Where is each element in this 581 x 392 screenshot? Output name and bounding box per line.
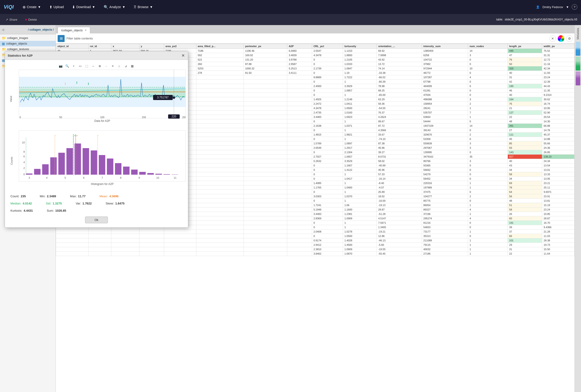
pan-x-tool[interactable]: ↔ xyxy=(90,63,96,69)
table-row[interactable]: 2.38101.0909-19.554003213115.50 xyxy=(56,247,574,252)
table-row[interactable]: 2.04081.0278-19.217317713721.28 xyxy=(56,229,574,234)
tab-close-icon[interactable]: ✕ xyxy=(84,29,87,32)
step-tool[interactable]: ⌂ xyxy=(116,63,122,69)
table-cell: 18.02 xyxy=(377,194,422,199)
skew-label: Skew: xyxy=(106,202,114,205)
table-cell xyxy=(244,146,287,150)
col-tortuosity[interactable]: tortuosity xyxy=(343,44,377,49)
table-cell xyxy=(196,190,244,194)
zoom-out-tool[interactable]: - xyxy=(104,63,109,69)
table-cell: 295274 xyxy=(422,216,468,221)
table-cell xyxy=(196,234,244,238)
stats-grid: Count: 235 Min: 2.3489 Max: 11.77 Mean: … xyxy=(7,191,186,215)
sidebar-item-collagen-objects[interactable]: ▦ collagen_objects xyxy=(0,41,56,46)
table-row[interactable]: 2.94121.4500-5.607911512919.73 xyxy=(56,243,574,247)
table-cell xyxy=(164,229,196,234)
table-cell xyxy=(244,75,287,80)
col-area-px2[interactable]: area_px2 xyxy=(164,44,196,49)
nav-browse[interactable]: ⠿ Browse ▼ xyxy=(132,4,155,10)
close-filter-button[interactable]: ✕ xyxy=(550,35,556,42)
share-button[interactable]: ↗ Share xyxy=(4,17,19,22)
stat-var: Var: 1.7622 xyxy=(76,202,92,205)
browse-icon: ⠿ xyxy=(134,5,136,9)
col-perimeter[interactable]: perimeter_px xyxy=(244,44,287,49)
metadata-label[interactable]: Metadata xyxy=(576,26,580,41)
filter-tool[interactable]: ⊿ xyxy=(123,63,128,69)
table-cell: 1 xyxy=(343,93,377,97)
table-cell: 1 xyxy=(468,203,508,207)
table-cell xyxy=(88,252,111,256)
horizontal-tool[interactable]: ≡ xyxy=(110,63,116,69)
color-picker-button[interactable] xyxy=(558,35,564,42)
col-y[interactable]: y xyxy=(139,44,164,49)
lasso-tool[interactable]: ⬚ xyxy=(84,63,90,69)
tab-collagen-objects[interactable]: /collagen_objects ✕ xyxy=(58,27,90,33)
table-cell: 31.31 xyxy=(542,53,574,58)
table-cell: 1.5789 xyxy=(312,141,343,146)
table-cell: 0 xyxy=(468,58,508,62)
table-cell xyxy=(244,243,287,247)
bar-tool[interactable]: ▦ xyxy=(130,63,135,69)
col-object-id[interactable]: object_id xyxy=(56,44,88,49)
crosshair-tool[interactable]: ⊕ xyxy=(97,63,102,69)
table-cell: 3 xyxy=(468,159,508,163)
nav-upload[interactable]: ⬆ Upload xyxy=(48,4,66,10)
table-cell: 85 xyxy=(508,141,542,146)
table-cell: 0 xyxy=(468,119,508,124)
nav-download[interactable]: ⬇ Download ▼ xyxy=(70,4,97,10)
grid-view-button[interactable]: ⊞ xyxy=(58,35,64,42)
user-section[interactable]: 👤 Dmitry Fedorov ▼ ? xyxy=(536,4,577,10)
col-a2p[interactable]: A2P xyxy=(287,44,312,49)
col-num-nodes[interactable]: num_nodes xyxy=(468,44,508,49)
sidebar-toggle[interactable]: ◁ xyxy=(2,28,4,31)
col-crl-pct[interactable]: CRL_pct xyxy=(312,44,343,49)
stats-modal-close[interactable]: ✕ xyxy=(180,53,185,58)
sidebar-item-collagen-images[interactable]: 📁 collagen_images xyxy=(0,35,56,41)
table-cell: 16.70 xyxy=(542,221,574,225)
stat-skew: Skew: 1.6475 xyxy=(106,202,124,205)
table-cell: 1.8800 xyxy=(343,53,377,58)
table-row[interactable]: 3.84621.0870-55.452718612211.64 xyxy=(56,252,574,256)
table-row[interactable]: 01.050012.863531306611.03 xyxy=(56,234,574,238)
col-intensity-sum[interactable]: intensity_sum xyxy=(422,44,468,49)
col-width-px[interactable]: width_px xyxy=(542,44,574,49)
line-chart[interactable]: 3.751787 220 10 5 0 0 50 100 150 200 xyxy=(19,70,186,118)
sidebar-header: ◁ / collagen_objects / xyxy=(0,25,56,34)
nav-create[interactable]: ⊕ Create ▼ xyxy=(21,4,43,10)
table-cell: 61281 xyxy=(422,88,468,93)
table-cell: 14 xyxy=(468,49,508,53)
table-cell: 28241 xyxy=(422,106,468,110)
camera-tool[interactable]: 📷 xyxy=(58,63,64,69)
col-roi-id[interactable]: roi_id xyxy=(88,44,111,49)
stat-sum: Sum: 1026.85 xyxy=(47,209,66,212)
col-length-px[interactable]: length_px xyxy=(508,44,542,49)
table-cell: 28.38 xyxy=(542,238,574,243)
table-cell xyxy=(287,177,312,181)
settings-button[interactable]: ⚙ xyxy=(566,35,573,42)
help-button[interactable]: ? xyxy=(572,4,577,10)
table-cell: 496088 xyxy=(422,97,468,102)
col-area-filled[interactable]: area_filled_p... xyxy=(196,44,244,49)
download-icon: ⬇ xyxy=(72,5,75,9)
zoom-plus-tool[interactable]: + xyxy=(71,63,76,69)
col-orientation[interactable]: orientation_... xyxy=(377,44,422,49)
table-cell: 1.1667 xyxy=(343,163,377,168)
table-cell: 1.0909 xyxy=(343,216,377,221)
table-cell: 0 xyxy=(312,80,343,84)
delete-button[interactable]: ● Delete xyxy=(23,17,39,22)
table-cell xyxy=(287,194,312,199)
sum-value: 1026.85 xyxy=(55,209,66,212)
table-row[interactable]: 0.91741.4028-46.13211089110128.38 xyxy=(56,238,574,243)
table-cell: -80.39 xyxy=(377,80,422,84)
histogram-chart[interactable]: + + + + + 10 8 6 4 2 0 3 4 5 6 xyxy=(19,130,186,182)
nav-analyze[interactable]: 🔍 Analyze ▼ xyxy=(102,4,127,10)
table-cell xyxy=(196,137,244,141)
table-cell xyxy=(244,252,287,256)
ok-button[interactable]: Ok xyxy=(85,216,108,223)
table-cell: 66.88 xyxy=(542,124,574,128)
table-cell xyxy=(287,150,312,155)
col-x[interactable]: x xyxy=(111,44,139,49)
table-cell xyxy=(244,207,287,212)
zoom-in-tool[interactable]: 🔍 xyxy=(64,63,70,69)
select-tool[interactable]: ▭ xyxy=(78,63,83,69)
